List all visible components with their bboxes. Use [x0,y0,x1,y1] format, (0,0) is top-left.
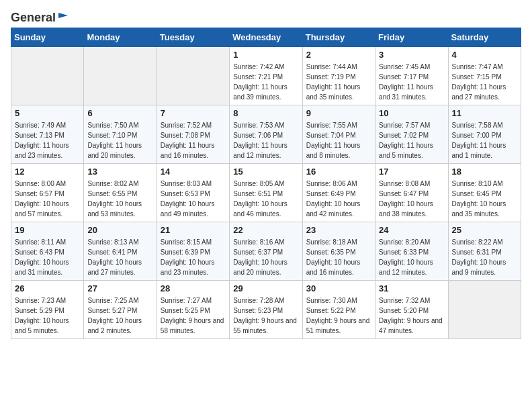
day-info: Sunrise: 7:45 AMSunset: 7:17 PMDaylight:… [379,62,444,102]
day-number: 8 [233,108,298,118]
day-info: Sunrise: 8:22 AMSunset: 6:31 PMDaylight:… [452,237,517,277]
day-info: Sunrise: 8:20 AMSunset: 6:33 PMDaylight:… [379,237,444,277]
day-number: 7 [161,108,226,118]
weekday-header-monday: Monday [84,28,157,47]
day-info: Sunrise: 8:16 AMSunset: 6:37 PMDaylight:… [233,237,298,277]
calendar-cell [11,47,84,105]
day-info: Sunrise: 7:30 AMSunset: 5:22 PMDaylight:… [306,295,371,336]
calendar-week-row: 26Sunrise: 7:23 AMSunset: 5:29 PMDayligh… [11,281,521,339]
calendar-cell: 21Sunrise: 8:15 AMSunset: 6:39 PMDayligh… [157,222,229,281]
day-number: 2 [306,50,371,60]
day-number: 3 [379,50,444,60]
day-info: Sunrise: 7:42 AMSunset: 7:21 PMDaylight:… [233,62,298,102]
day-info: Sunrise: 7:55 AMSunset: 7:04 PMDaylight:… [306,120,371,161]
day-number: 28 [161,283,226,293]
day-number: 9 [306,108,371,118]
day-info: Sunrise: 7:27 AMSunset: 5:25 PMDaylight:… [161,295,226,336]
day-number: 17 [379,167,444,177]
day-number: 29 [233,283,298,293]
day-info: Sunrise: 7:23 AMSunset: 5:29 PMDaylight:… [15,295,80,336]
day-info: Sunrise: 7:25 AMSunset: 5:27 PMDaylight:… [87,295,152,336]
day-number: 4 [452,50,517,60]
calendar-week-row: 1Sunrise: 7:42 AMSunset: 7:21 PMDaylight… [11,47,521,105]
calendar-cell: 14Sunrise: 8:03 AMSunset: 6:53 PMDayligh… [157,164,229,222]
day-info: Sunrise: 8:15 AMSunset: 6:39 PMDaylight:… [161,237,226,277]
day-info: Sunrise: 8:10 AMSunset: 6:45 PMDaylight:… [452,179,517,219]
day-info: Sunrise: 8:13 AMSunset: 6:41 PMDaylight:… [87,237,152,277]
day-info: Sunrise: 7:52 AMSunset: 7:08 PMDaylight:… [161,120,226,161]
day-info: Sunrise: 8:05 AMSunset: 6:51 PMDaylight:… [233,179,298,219]
day-number: 10 [379,108,444,118]
calendar-cell: 23Sunrise: 8:18 AMSunset: 6:35 PMDayligh… [302,222,375,281]
day-number: 22 [233,225,298,235]
weekday-header-sunday: Sunday [11,28,84,47]
calendar-cell: 9Sunrise: 7:55 AMSunset: 7:04 PMDaylight… [302,105,375,164]
calendar-cell: 3Sunrise: 7:45 AMSunset: 7:17 PMDaylight… [375,47,448,105]
calendar-cell: 11Sunrise: 7:58 AMSunset: 7:00 PMDayligh… [448,105,521,164]
day-info: Sunrise: 7:50 AMSunset: 7:10 PMDaylight:… [87,120,152,161]
day-info: Sunrise: 7:49 AMSunset: 7:13 PMDaylight:… [15,120,80,161]
calendar: SundayMondayTuesdayWednesdayThursdayFrid… [11,28,521,339]
day-number: 25 [452,225,517,235]
calendar-cell: 10Sunrise: 7:57 AMSunset: 7:02 PMDayligh… [375,105,448,164]
calendar-cell: 19Sunrise: 8:11 AMSunset: 6:43 PMDayligh… [11,222,84,281]
calendar-cell: 7Sunrise: 7:52 AMSunset: 7:08 PMDaylight… [157,105,229,164]
day-number: 14 [161,167,226,177]
day-info: Sunrise: 8:06 AMSunset: 6:49 PMDaylight:… [306,179,371,219]
day-number: 19 [15,225,80,235]
weekday-header-saturday: Saturday [448,28,521,47]
day-info: Sunrise: 8:02 AMSunset: 6:55 PMDaylight:… [87,179,152,219]
calendar-cell: 15Sunrise: 8:05 AMSunset: 6:51 PMDayligh… [230,164,302,222]
day-number: 23 [306,225,371,235]
day-number: 6 [87,108,152,118]
day-number: 30 [306,283,371,293]
calendar-cell: 4Sunrise: 7:47 AMSunset: 7:15 PMDaylight… [448,47,521,105]
calendar-cell: 2Sunrise: 7:44 AMSunset: 7:19 PMDaylight… [302,47,375,105]
calendar-cell: 24Sunrise: 8:20 AMSunset: 6:33 PMDayligh… [375,222,448,281]
calendar-week-row: 12Sunrise: 8:00 AMSunset: 6:57 PMDayligh… [11,164,521,222]
calendar-cell: 12Sunrise: 8:00 AMSunset: 6:57 PMDayligh… [11,164,84,222]
day-number: 24 [379,225,444,235]
day-info: Sunrise: 7:57 AMSunset: 7:02 PMDaylight:… [379,120,444,161]
calendar-cell: 22Sunrise: 8:16 AMSunset: 6:37 PMDayligh… [230,222,302,281]
calendar-cell: 8Sunrise: 7:53 AMSunset: 7:06 PMDaylight… [230,105,302,164]
day-number: 12 [15,167,80,177]
logo-flag-icon [57,11,69,24]
day-number: 27 [87,283,152,293]
day-number: 5 [15,108,80,118]
weekday-header-tuesday: Tuesday [157,28,229,47]
day-number: 13 [87,167,152,177]
calendar-cell: 27Sunrise: 7:25 AMSunset: 5:27 PMDayligh… [84,281,157,339]
day-number: 15 [233,167,298,177]
day-info: Sunrise: 8:03 AMSunset: 6:53 PMDaylight:… [161,179,226,219]
calendar-cell: 20Sunrise: 8:13 AMSunset: 6:41 PMDayligh… [84,222,157,281]
calendar-cell: 17Sunrise: 8:08 AMSunset: 6:47 PMDayligh… [375,164,448,222]
day-info: Sunrise: 7:28 AMSunset: 5:23 PMDaylight:… [233,295,298,336]
day-info: Sunrise: 7:53 AMSunset: 7:06 PMDaylight:… [233,120,298,161]
calendar-cell: 25Sunrise: 8:22 AMSunset: 6:31 PMDayligh… [448,222,521,281]
weekday-header-thursday: Thursday [302,28,375,47]
svg-marker-0 [58,13,68,18]
day-number: 26 [15,283,80,293]
calendar-cell: 5Sunrise: 7:49 AMSunset: 7:13 PMDaylight… [11,105,84,164]
day-info: Sunrise: 8:11 AMSunset: 6:43 PMDaylight:… [15,237,80,277]
day-number: 20 [87,225,152,235]
calendar-cell: 13Sunrise: 8:02 AMSunset: 6:55 PMDayligh… [84,164,157,222]
day-info: Sunrise: 7:32 AMSunset: 5:20 PMDaylight:… [379,295,444,336]
day-info: Sunrise: 8:18 AMSunset: 6:35 PMDaylight:… [306,237,371,277]
calendar-cell: 31Sunrise: 7:32 AMSunset: 5:20 PMDayligh… [375,281,448,339]
calendar-week-row: 19Sunrise: 8:11 AMSunset: 6:43 PMDayligh… [11,222,521,281]
calendar-cell: 29Sunrise: 7:28 AMSunset: 5:23 PMDayligh… [230,281,302,339]
day-info: Sunrise: 7:47 AMSunset: 7:15 PMDaylight:… [452,62,517,102]
calendar-week-row: 5Sunrise: 7:49 AMSunset: 7:13 PMDaylight… [11,105,521,164]
day-info: Sunrise: 8:00 AMSunset: 6:57 PMDaylight:… [15,179,80,219]
day-info: Sunrise: 7:58 AMSunset: 7:00 PMDaylight:… [452,120,517,161]
day-info: Sunrise: 8:08 AMSunset: 6:47 PMDaylight:… [379,179,444,219]
calendar-cell: 18Sunrise: 8:10 AMSunset: 6:45 PMDayligh… [448,164,521,222]
logo-general-text: General [11,11,56,25]
calendar-cell: 1Sunrise: 7:42 AMSunset: 7:21 PMDaylight… [230,47,302,105]
calendar-cell: 26Sunrise: 7:23 AMSunset: 5:29 PMDayligh… [11,281,84,339]
day-number: 16 [306,167,371,177]
weekday-header-row: SundayMondayTuesdayWednesdayThursdayFrid… [11,28,521,47]
day-info: Sunrise: 7:44 AMSunset: 7:19 PMDaylight:… [306,62,371,102]
